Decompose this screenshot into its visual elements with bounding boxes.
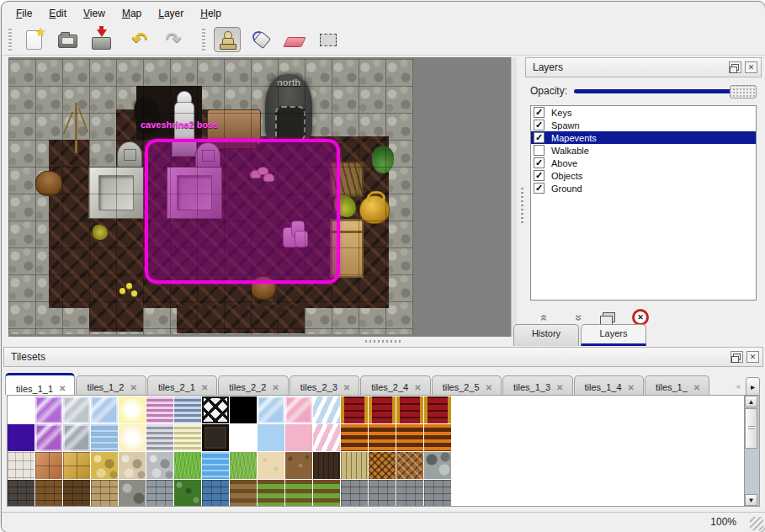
tileset-tile[interactable] <box>91 396 118 423</box>
tileset-tile[interactable] <box>119 424 146 451</box>
tileset-tile[interactable] <box>230 452 257 479</box>
close-tab-icon[interactable]: ✕ <box>59 384 66 393</box>
tileset-tile[interactable] <box>424 452 451 479</box>
menu-layer[interactable]: Layer <box>151 6 191 23</box>
tileset-tile[interactable] <box>341 452 368 479</box>
tileset-tile[interactable] <box>341 424 368 451</box>
layer-row-spawn[interactable]: ✓Spawn <box>531 119 756 131</box>
layer-checkbox[interactable]: ✓ <box>534 120 545 130</box>
tileset-tab-tiles_2_4[interactable]: tiles_2_4✕ <box>360 375 430 395</box>
tileset-tile[interactable] <box>230 396 257 423</box>
tileset-tile[interactable] <box>285 396 312 423</box>
tileset-tile[interactable] <box>146 424 173 451</box>
tileset-tile[interactable] <box>146 480 173 507</box>
tileset-tile[interactable] <box>369 480 396 507</box>
select-tool-button[interactable] <box>315 27 342 52</box>
menu-help[interactable]: Help <box>193 6 229 23</box>
close-tab-icon[interactable]: ✕ <box>201 383 208 392</box>
fill-tool-button[interactable] <box>247 27 274 52</box>
stamp-tool-button[interactable] <box>214 27 241 52</box>
tileset-tile[interactable] <box>396 452 423 479</box>
close-tab-icon[interactable]: ✕ <box>556 383 563 392</box>
tileset-tile[interactable] <box>202 452 229 479</box>
tileset-tile[interactable] <box>35 424 62 451</box>
save-file-button[interactable] <box>88 27 114 52</box>
tileset-tile[interactable] <box>258 480 284 507</box>
layer-checkbox[interactable]: ✓ <box>534 157 545 168</box>
tileset-tile[interactable] <box>313 480 340 507</box>
tileset-tab-tiles_1_3[interactable]: tiles_1_3✕ <box>502 375 572 395</box>
close-tilesets-button[interactable]: ✕ <box>746 351 759 363</box>
menu-file[interactable]: File <box>8 6 40 23</box>
tileset-tile[interactable] <box>174 452 201 479</box>
dock-tab-layers[interactable]: Layers <box>581 324 646 346</box>
layer-row-above[interactable]: ✓Above <box>531 157 756 169</box>
layer-checkbox[interactable]: ✓ <box>534 183 545 194</box>
tileset-tab-tiles_2_5[interactable]: tiles_2_5✕ <box>432 375 502 395</box>
tileset-tile[interactable] <box>119 396 146 423</box>
tileset-tile[interactable] <box>313 424 340 451</box>
tileset-tab-tiles_1_2[interactable]: tiles_1_2✕ <box>76 375 146 395</box>
tileset-tile[interactable] <box>230 424 257 451</box>
menu-view[interactable]: View <box>76 6 113 23</box>
tileset-tile[interactable] <box>63 452 90 479</box>
tileset-tile[interactable] <box>8 452 35 479</box>
tileset-tile[interactable] <box>285 480 312 507</box>
layer-row-ground[interactable]: ✓Ground <box>531 182 756 194</box>
map-scroll-strip[interactable] <box>511 57 517 337</box>
tileset-tile[interactable] <box>35 480 62 507</box>
open-file-button[interactable] <box>54 27 81 52</box>
close-panel-button[interactable]: ✕ <box>745 61 757 73</box>
tileset-tile[interactable] <box>369 452 396 479</box>
tileset-tile[interactable] <box>396 424 423 451</box>
horizontal-splitter[interactable] <box>2 338 520 346</box>
tileset-tile[interactable] <box>424 424 451 451</box>
scrollbar-thumb[interactable] <box>745 408 757 449</box>
tileset-tile[interactable] <box>313 396 340 423</box>
tileset-tile[interactable] <box>369 396 396 423</box>
layer-row-walkable[interactable]: Walkable <box>531 144 756 157</box>
tileset-tile[interactable] <box>258 396 284 423</box>
tileset-tile[interactable] <box>174 396 201 423</box>
resize-grip[interactable] <box>750 517 763 530</box>
close-tab-icon[interactable]: ✕ <box>628 383 635 392</box>
tileset-tile[interactable] <box>91 424 118 451</box>
tileset-tile[interactable] <box>369 424 396 451</box>
tileset-tile[interactable] <box>396 480 423 507</box>
layer-checkbox[interactable] <box>534 145 545 156</box>
tileset-tile[interactable] <box>285 424 312 451</box>
tileset-tile[interactable] <box>258 424 284 451</box>
tileset-tile[interactable] <box>341 396 368 423</box>
map-canvas[interactable]: north caveshrine2 boss <box>8 59 413 334</box>
tileset-tile[interactable] <box>202 396 229 423</box>
scroll-tabs-right-button[interactable]: ▸ <box>746 377 760 396</box>
tileset-tile[interactable] <box>174 480 201 507</box>
redo-button[interactable]: ↷ <box>160 27 187 52</box>
tileset-tile[interactable] <box>35 452 62 479</box>
tileset-tile[interactable] <box>8 396 35 423</box>
tileset-tile[interactable] <box>202 424 229 451</box>
close-tab-icon[interactable]: ✕ <box>343 383 350 392</box>
dock-tab-history[interactable]: History <box>513 324 579 346</box>
float-panel-button[interactable] <box>729 61 741 73</box>
scroll-down-icon[interactable]: ▼ <box>745 494 757 506</box>
undo-button[interactable]: ↶ <box>126 27 153 52</box>
opacity-slider-handle[interactable] <box>730 85 757 98</box>
tileset-tab-tiles_1_4[interactable]: tiles_1_4✕ <box>574 375 644 395</box>
float-tilesets-button[interactable] <box>730 351 743 363</box>
scroll-tabs-left-button[interactable]: ◂ <box>731 377 744 394</box>
tileset-tile[interactable] <box>424 396 451 423</box>
tileset-tile[interactable] <box>91 452 118 479</box>
tileset-tile[interactable] <box>313 452 340 479</box>
tileset-tile[interactable] <box>119 480 146 507</box>
close-tab-icon[interactable]: ✕ <box>414 383 421 392</box>
layer-row-objects[interactable]: ✓Objects <box>531 169 756 182</box>
close-tab-icon[interactable]: ✕ <box>486 383 492 392</box>
tileset-tile[interactable] <box>285 452 312 479</box>
tileset-tab-tiles_1_[interactable]: tiles_1_✕ <box>645 375 709 395</box>
layer-checkbox[interactable]: ✓ <box>534 107 545 118</box>
close-tab-icon[interactable]: ✕ <box>130 383 136 392</box>
tileset-scrollbar[interactable]: ▲ ▼ <box>744 395 760 507</box>
scroll-up-icon[interactable]: ▲ <box>745 396 757 407</box>
menu-edit[interactable]: Edit <box>41 6 74 23</box>
